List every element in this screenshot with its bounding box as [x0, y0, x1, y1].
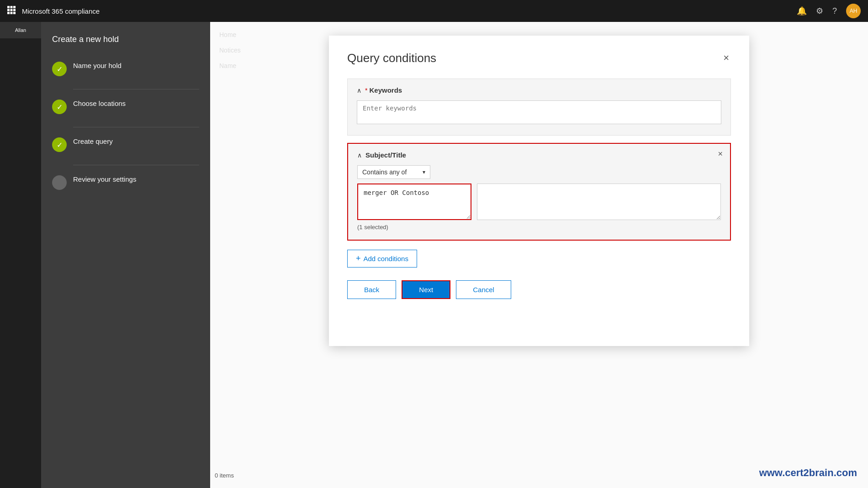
items-count: 0 items — [215, 472, 234, 479]
condition-close-button[interactable]: × — [718, 149, 723, 159]
condition-extended-input[interactable] — [477, 184, 721, 220]
sidebar-item-main[interactable]: Allan — [0, 22, 41, 38]
wizard-step-query[interactable]: ✓ Create query — [52, 136, 199, 152]
step-label-locations: Choose locations — [73, 99, 126, 108]
svg-rect-0 — [7, 6, 10, 8]
topbar-actions: 🔔 ⚙ ? AH — [797, 4, 861, 18]
keywords-header: ∧ * Keywords — [357, 86, 721, 94]
step-divider-2 — [73, 127, 199, 127]
modal-header: Query conditions × — [347, 50, 731, 66]
help-icon[interactable]: ? — [832, 6, 837, 16]
next-button[interactable]: Next — [402, 280, 450, 299]
step-icon-query: ✓ — [52, 137, 67, 152]
modal-overlay: Query conditions × ∧ * Keywords × — [210, 22, 868, 488]
checkmark-icon: ✓ — [57, 65, 63, 73]
add-conditions-button[interactable]: + Add conditions — [347, 250, 417, 268]
back-button[interactable]: Back — [347, 280, 396, 299]
sidebar-label: Allan — [4, 27, 37, 33]
svg-rect-7 — [11, 12, 13, 14]
modal: Query conditions × ∧ * Keywords × — [329, 36, 749, 346]
condition-header: ∧ Subject/Title — [357, 151, 721, 159]
step-label-name: Name your hold — [73, 61, 122, 70]
step-divider-3 — [73, 165, 199, 165]
step-label-query: Create query — [73, 136, 113, 146]
condition-value-input[interactable]: merger OR Contoso — [357, 184, 471, 220]
step-icon-review — [52, 175, 67, 190]
svg-rect-3 — [7, 9, 10, 11]
step-icon-locations: ✓ — [52, 100, 67, 114]
keywords-title: Keywords — [369, 86, 402, 94]
page-content: Home Notices Name Query conditions × ∧ * — [210, 22, 868, 488]
svg-rect-1 — [11, 6, 13, 8]
modal-title: Query conditions — [347, 51, 436, 65]
svg-rect-8 — [13, 12, 16, 14]
checkmark-icon-3: ✓ — [57, 141, 63, 149]
step-label-review: Review your settings — [73, 174, 136, 184]
wizard-title: Create a new hold — [52, 35, 199, 44]
cancel-button[interactable]: Cancel — [456, 280, 511, 299]
app-title: Microsoft 365 compliance — [22, 7, 797, 15]
svg-rect-4 — [11, 9, 13, 11]
condition-chevron-icon[interactable]: ∧ — [357, 152, 362, 159]
condition-dropdown-row: Contains any of ▾ — [357, 165, 721, 179]
modal-close-button[interactable]: × — [721, 50, 731, 66]
keywords-chevron-icon[interactable]: ∧ — [357, 87, 361, 94]
wizard-step-review[interactable]: Review your settings — [52, 174, 199, 190]
avatar[interactable]: AH — [846, 4, 861, 18]
wizard-panel: Create a new hold ✓ Name your hold ✓ Cho… — [41, 22, 210, 488]
keywords-required-marker: * — [365, 87, 367, 94]
svg-rect-5 — [13, 9, 16, 11]
selected-info: (1 selected) — [357, 224, 721, 231]
grid-icon[interactable] — [7, 6, 16, 16]
main-layout: Allan Create a new hold ✓ Name your hold… — [0, 22, 868, 488]
keywords-section: ∧ * Keywords — [347, 79, 731, 136]
condition-title: Subject/Title — [365, 151, 406, 159]
gear-icon[interactable]: ⚙ — [816, 6, 823, 16]
bottom-buttons: Back Next Cancel — [347, 280, 731, 299]
bell-icon[interactable]: 🔔 — [797, 6, 807, 16]
checkmark-icon-2: ✓ — [57, 103, 63, 111]
condition-input-row: merger OR Contoso — [357, 184, 721, 220]
plus-icon: + — [356, 254, 361, 263]
svg-rect-6 — [7, 12, 10, 14]
topbar: Microsoft 365 compliance 🔔 ⚙ ? AH — [0, 0, 868, 22]
wizard-step-name[interactable]: ✓ Name your hold — [52, 61, 199, 76]
step-divider-1 — [73, 89, 199, 89]
step-icon-name: ✓ — [52, 62, 67, 76]
wizard-step-locations[interactable]: ✓ Choose locations — [52, 99, 199, 114]
svg-rect-2 — [13, 6, 16, 8]
condition-block-subject: × ∧ Subject/Title Contains any of ▾ merg… — [347, 143, 731, 241]
add-conditions-label: Add conditions — [364, 255, 408, 262]
watermark: www.cert2brain.com — [759, 467, 857, 479]
sidebar: Allan — [0, 22, 41, 488]
contains-any-dropdown[interactable]: Contains any of ▾ — [357, 165, 430, 179]
keywords-input[interactable] — [357, 100, 721, 124]
dropdown-label: Contains any of — [362, 168, 407, 176]
dropdown-chevron-icon: ▾ — [423, 169, 425, 175]
